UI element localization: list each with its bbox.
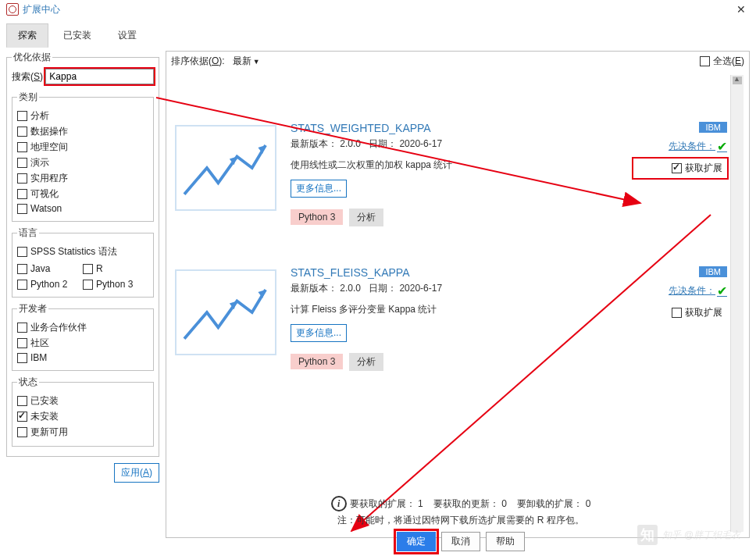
- app-icon: [6, 3, 19, 16]
- help-button[interactable]: 帮助: [486, 532, 525, 551]
- acquire-extension[interactable]: 获取扩展: [633, 303, 727, 323]
- main-panel: 排序依据(O): 最新▼ 全选(E) STATS_WEIGHTED_KAPPA: [166, 51, 750, 538]
- optimize-legend: 优化依据: [12, 51, 52, 64]
- chk-geospatial[interactable]: [17, 142, 27, 152]
- extension-meta: 最新版本： 2.0.0 日期： 2020-6-17: [291, 137, 633, 151]
- more-info-button[interactable]: 更多信息...: [291, 324, 347, 342]
- chk-utility[interactable]: [17, 173, 27, 184]
- language-group: 语言 SPSS Statistics 语法 Java R Python 2 Py…: [12, 226, 154, 298]
- search-input[interactable]: [45, 69, 154, 84]
- optimize-group: 优化依据 搜索(S): 类别 分析 数据操作 地理空间 演示 实用程序 可视化 …: [6, 51, 159, 457]
- category-group: 类别 分析 数据操作 地理空间 演示 实用程序 可视化 Watson: [12, 91, 154, 222]
- tab-installed[interactable]: 已安装: [52, 23, 103, 48]
- developer-legend: 开发者: [17, 302, 48, 315]
- chk-r[interactable]: [83, 264, 93, 274]
- status-legend: 状态: [17, 376, 39, 389]
- chk-selectall[interactable]: [700, 56, 710, 66]
- sort-label: 排序依据(O):: [171, 55, 225, 68]
- sidebar: 优化依据 搜索(S): 类别 分析 数据操作 地理空间 演示 实用程序 可视化 …: [6, 51, 159, 538]
- chk-acquire[interactable]: [672, 308, 682, 318]
- summary-text: 要获取的扩展： 1 要获取的更新： 0 要卸载的扩展： 0: [350, 497, 591, 511]
- extension-desc: 使用线性或二次权重的加权 kappa 统计: [291, 159, 633, 172]
- scrollbar[interactable]: [730, 75, 744, 532]
- chk-demo[interactable]: [17, 158, 27, 168]
- extension-thumbnail: [175, 269, 276, 355]
- tag-analysis: 分析: [349, 353, 383, 371]
- tab-explore[interactable]: 探索: [6, 23, 48, 48]
- chk-watson[interactable]: [17, 204, 27, 214]
- ibm-badge: IBM: [699, 122, 727, 133]
- prereq-link[interactable]: 先决条件：✔: [633, 283, 727, 298]
- tag-analysis: 分析: [349, 208, 383, 226]
- category-legend: 类别: [17, 91, 39, 104]
- chk-notinstalled[interactable]: [17, 412, 27, 422]
- chk-partner[interactable]: [17, 323, 27, 333]
- chk-dataop[interactable]: [17, 127, 27, 137]
- search-label: 搜索(S):: [12, 70, 45, 84]
- chk-py2[interactable]: [17, 280, 27, 290]
- tag-python: Python 3: [291, 354, 343, 369]
- apply-button[interactable]: 应用(A): [114, 463, 159, 483]
- extension-card: STATS_FLEISS_KAPPA 最新版本： 2.0.0 日期： 2020-…: [172, 258, 730, 380]
- footer: i 要获取的扩展： 1 要获取的更新： 0 要卸载的扩展： 0 注：可能时，将通…: [172, 494, 750, 551]
- tag-python: Python 3: [291, 209, 343, 225]
- chk-py3[interactable]: [83, 280, 93, 290]
- ok-button[interactable]: 确定: [397, 532, 436, 551]
- chk-installed[interactable]: [17, 396, 27, 406]
- window-title: 扩展中心: [23, 3, 60, 16]
- chk-java[interactable]: [17, 264, 27, 274]
- chk-analysis[interactable]: [17, 111, 27, 121]
- prereq-link[interactable]: 先决条件：✔: [633, 139, 727, 154]
- language-legend: 语言: [17, 226, 39, 240]
- more-info-button[interactable]: 更多信息...: [291, 180, 347, 198]
- info-icon: i: [331, 496, 347, 511]
- status-group: 状态 已安装 未安装 更新可用: [12, 376, 154, 447]
- chk-visual[interactable]: [17, 189, 27, 199]
- tab-settings[interactable]: 设置: [106, 23, 148, 48]
- note-text: 注：可能时，将通过因特网下载所选扩展需要的 R 程序包。: [337, 514, 583, 527]
- close-icon[interactable]: ✕: [733, 3, 750, 16]
- check-icon: ✔: [717, 139, 727, 154]
- chevron-down-icon: ▼: [253, 58, 260, 66]
- extension-thumbnail: [175, 125, 276, 211]
- extension-desc: 计算 Fleiss 多评分变量 Kappa 统计: [291, 303, 633, 316]
- chk-spss[interactable]: [17, 247, 27, 257]
- chk-update[interactable]: [17, 427, 27, 437]
- developer-group: 开发者 业务合作伙伴 社区 IBM: [12, 302, 154, 371]
- ibm-badge: IBM: [699, 266, 727, 277]
- extension-title: STATS_FLEISS_KAPPA: [291, 266, 633, 279]
- chk-acquire[interactable]: [672, 163, 682, 173]
- sort-dropdown[interactable]: 最新▼: [233, 55, 260, 68]
- acquire-extension[interactable]: 获取扩展: [633, 159, 727, 178]
- extension-title: STATS_WEIGHTED_KAPPA: [291, 122, 633, 134]
- main-tabs: 探索 已安装 设置: [0, 19, 756, 48]
- extension-meta: 最新版本： 2.0.0 日期： 2020-6-17: [291, 282, 633, 295]
- chk-ibm[interactable]: [17, 353, 27, 363]
- check-icon: ✔: [717, 283, 727, 298]
- chk-community[interactable]: [17, 338, 27, 348]
- extension-card: STATS_WEIGHTED_KAPPA 最新版本： 2.0.0 日期： 202…: [172, 114, 730, 235]
- cancel-button[interactable]: 取消: [441, 532, 480, 551]
- scrollbar-thumb[interactable]: [733, 77, 742, 84]
- selectall-label: 全选(E): [713, 55, 744, 68]
